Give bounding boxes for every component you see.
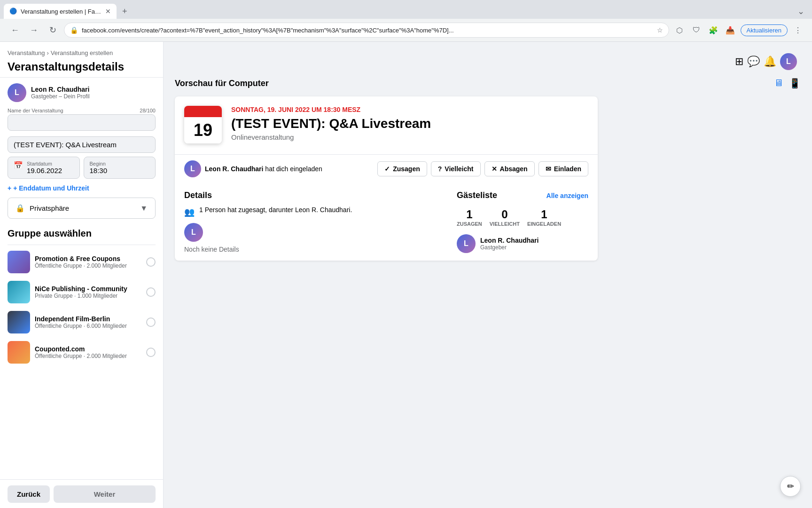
url-bar[interactable]: 🔒 facebook.com/events/create/?acontext=%…	[64, 23, 669, 38]
event-date-string: SONNTAG, 19. JUNI 2022 UM 18:30 MESZ	[231, 106, 588, 113]
group-meta: Öffentliche Gruppe · 6.000 Mitglieder	[35, 323, 141, 329]
event-header: 19 SONNTAG, 19. JUNI 2022 UM 18:30 MESZ …	[175, 96, 598, 154]
attendee-avatar: L	[184, 223, 203, 242]
guest-entry: L Leon R. Chaudhari Gastgeber	[457, 234, 588, 253]
stat-eingeladen-num: 1	[527, 208, 561, 221]
group-radio[interactable]	[146, 318, 156, 327]
attendees-text: 1 Person hat zugesagt, darunter Leon R. …	[199, 206, 352, 214]
update-button[interactable]: Aktualisieren	[741, 24, 788, 36]
people-icon: 👥	[184, 207, 195, 217]
left-header: Veranstaltung › Veranstaltung erstellen …	[0, 42, 163, 78]
reload-button[interactable]: ↻	[45, 23, 60, 38]
shield-icon[interactable]: 🛡	[690, 24, 703, 37]
fb-apps-icon[interactable]: ⊞	[735, 53, 743, 70]
add-end-date-button[interactable]: + + Enddatum und Uhrzeit	[0, 183, 163, 194]
desktop-icon[interactable]: 🖥	[774, 78, 783, 89]
guests-all-link[interactable]: Alle anzeigen	[547, 192, 588, 199]
group-name: Promotion & Free Coupons	[35, 255, 141, 262]
start-time-field[interactable]: Beginn 18:30	[84, 157, 156, 179]
preview-title: Vorschau für Computer	[175, 79, 269, 88]
group-item[interactable]: Couponted.com Öffentliche Gruppe · 2.000…	[4, 337, 159, 367]
details-title: Details	[184, 190, 449, 200]
bookmark-icon[interactable]: ☆	[657, 26, 663, 34]
details-section: Details 👥 1 Person hat zugesagt, darunte…	[184, 190, 449, 253]
privacy-label: Privatsphäre	[30, 204, 69, 212]
group-item[interactable]: NiCe Publishing - Community Private Grup…	[4, 277, 159, 307]
group-name: NiCe Publishing - Community	[35, 285, 141, 293]
stat-zusagen-label: ZUSAGEN	[457, 221, 482, 227]
forward-button[interactable]: →	[26, 23, 41, 38]
group-thumbnail	[8, 281, 30, 303]
calendar-icon: 📅	[14, 161, 23, 170]
extensions-icon[interactable]: ⬡	[673, 24, 686, 37]
fb-notifications-icon[interactable]: 🔔	[764, 53, 776, 70]
host-subtitle: Gastgeber – Dein Profil	[31, 93, 156, 100]
start-time-label: Beginn	[90, 161, 150, 167]
group-name: Independent Film-Berlin	[35, 315, 141, 323]
inviter-name: Leon R. Chaudhari	[205, 165, 263, 173]
stat-zusagen-num: 1	[457, 208, 482, 221]
group-name: Couponted.com	[35, 345, 141, 353]
active-tab[interactable]: 🔵 Veranstaltung erstellen | Faceb... ✕	[4, 4, 117, 19]
group-list: Promotion & Free Coupons Öffentliche Gru…	[0, 243, 163, 479]
preview-toggle: 🖥 📱	[774, 78, 801, 89]
plus-icon: +	[8, 184, 11, 192]
share-button[interactable]: ✏	[780, 476, 801, 497]
group-thumbnail	[8, 341, 30, 364]
no-details-text: Noch keine Details	[184, 246, 449, 253]
guests-section: Gästeliste Alle anzeigen 1 ZUSAGEN 0 VIE…	[457, 190, 588, 253]
group-section-title: Gruppe auswählen	[0, 222, 163, 243]
new-tab-button[interactable]: +	[118, 5, 131, 18]
guest-details: Leon R. Chaudhari Gastgeber	[480, 237, 539, 251]
attendees-row: 👥 1 Person hat zugesagt, darunter Leon R…	[184, 206, 449, 217]
group-thumbnail	[8, 251, 30, 273]
group-radio[interactable]	[146, 348, 156, 357]
mobile-icon[interactable]: 📱	[789, 78, 801, 89]
check-icon: ✓	[384, 165, 390, 173]
puzzle-icon[interactable]: 🧩	[707, 24, 720, 37]
event-header-info: SONNTAG, 19. JUNI 2022 UM 18:30 MESZ (TE…	[231, 96, 598, 154]
group-radio[interactable]	[146, 287, 156, 297]
calendar-day: 19	[184, 117, 222, 143]
privacy-field[interactable]: 🔒 Privatsphäre ▼	[8, 198, 156, 219]
group-info: Couponted.com Öffentliche Gruppe · 2.000…	[35, 345, 141, 359]
back-button[interactable]: ←	[8, 23, 23, 38]
absagen-button[interactable]: ✕ Absagen	[484, 161, 535, 176]
url-text: facebook.com/events/create/?acontext=%7B…	[82, 27, 653, 34]
fb-messenger-icon[interactable]: 💬	[747, 53, 760, 70]
guest-role: Gastgeber	[480, 244, 539, 251]
tab-close-button[interactable]: ✕	[105, 8, 111, 15]
host-avatar: L	[8, 83, 26, 102]
breadcrumb-link-event[interactable]: Veranstaltung	[8, 49, 45, 56]
fb-icons-row: ⊞ 💬 🔔 L	[175, 53, 801, 70]
zusagen-button[interactable]: ✓ Zusagen	[377, 161, 427, 176]
panel-title: Veranstaltungsdetails	[8, 60, 156, 73]
next-button[interactable]: Weiter	[54, 485, 156, 503]
tab-favicon: 🔵	[9, 8, 17, 15]
back-button[interactable]: Zurück	[8, 485, 50, 503]
guest-avatar: L	[457, 234, 476, 253]
right-panel: ⊞ 💬 🔔 L Vorschau für Computer 🖥 📱 19 SON…	[164, 42, 812, 508]
more-tabs-button[interactable]: ⌄	[794, 4, 808, 18]
char-count: 28/100	[140, 108, 156, 113]
inviter-message: hat dich eingeladen	[265, 165, 322, 173]
menu-icon[interactable]: ⋮	[791, 24, 804, 37]
start-date-value: 19.06.2022	[27, 167, 62, 175]
browser-chrome: 🔵 Veranstaltung erstellen | Faceb... ✕ +…	[0, 0, 812, 42]
share-icon-container: ✏	[780, 476, 801, 497]
fb-profile-avatar[interactable]: L	[780, 53, 797, 70]
guests-stats: 1 ZUSAGEN 0 VIELLEICHT 1 EINGELADEN	[457, 208, 588, 227]
group-radio[interactable]	[146, 257, 156, 267]
einladen-button[interactable]: ✉ Einladen	[539, 161, 588, 176]
lock-icon: 🔒	[70, 26, 78, 34]
save-icon[interactable]: 📥	[724, 24, 737, 37]
main-layout: Veranstaltung › Veranstaltung erstellen …	[0, 42, 812, 508]
event-body: Details 👥 1 Person hat zugesagt, darunte…	[175, 183, 598, 261]
guest-name: Leon R. Chaudhari	[480, 237, 539, 244]
vielleicht-button[interactable]: ? Vielleicht	[431, 161, 481, 176]
breadcrumb-current: Veranstaltung erstellen	[51, 49, 113, 56]
start-date-field[interactable]: 📅 Startdatum 19.06.2022	[8, 157, 80, 179]
group-item[interactable]: Promotion & Free Coupons Öffentliche Gru…	[4, 247, 159, 277]
event-name-input[interactable]	[8, 114, 156, 131]
group-item[interactable]: Independent Film-Berlin Öffentliche Grup…	[4, 307, 159, 337]
